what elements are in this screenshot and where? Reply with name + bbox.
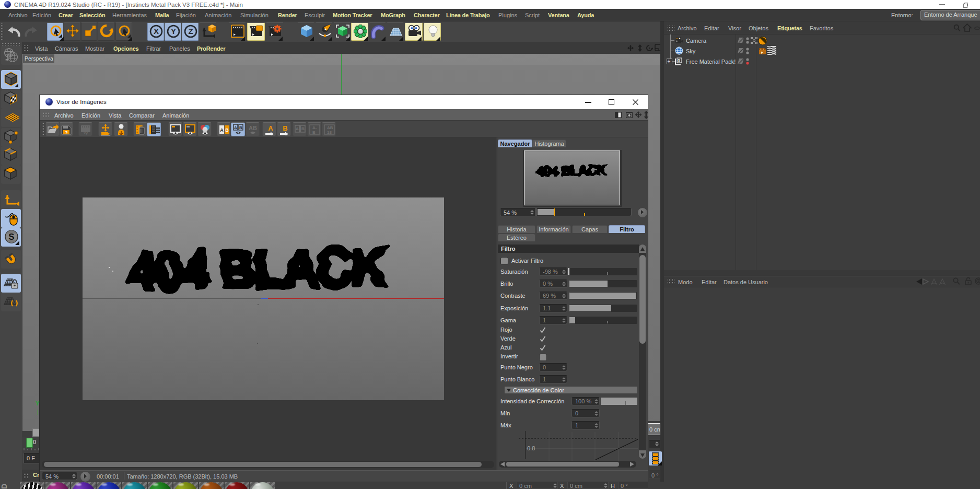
svg-text:S: S [8, 232, 14, 242]
svg-text:A-: A- [312, 125, 317, 130]
svg-text:A: A [234, 125, 237, 130]
svg-text:A: A [220, 127, 224, 133]
svg-text:B: B [283, 124, 287, 132]
svg-text:A: A [268, 124, 273, 132]
svg-text:404 BLACK: 404 BLACK [536, 162, 608, 180]
svg-text:B: B [301, 126, 305, 131]
svg-text:0.8: 0.8 [527, 445, 535, 451]
svg-text:AB: AB [327, 125, 333, 130]
svg-text:xy: xy [84, 131, 88, 135]
svg-text:B: B [239, 125, 242, 130]
svg-text:?: ? [65, 130, 68, 135]
svg-text:A: A [296, 126, 299, 131]
svg-text:404 BLACK: 404 BLACK [129, 237, 388, 300]
svg-text:AB: AB [249, 125, 257, 131]
svg-text:B: B [225, 127, 229, 133]
